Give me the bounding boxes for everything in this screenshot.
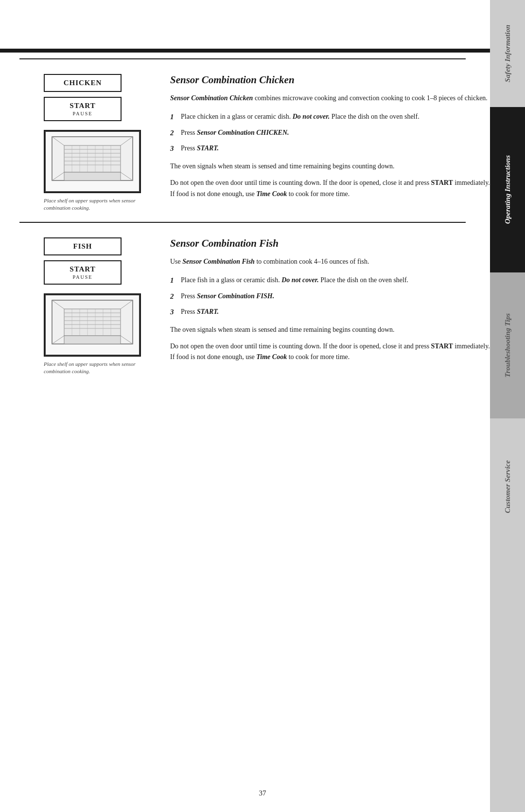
fish-section-body: FISH START PAUSE xyxy=(44,223,496,385)
chicken-section: CHICKEN START PAUSE xyxy=(19,58,466,223)
fish-body1: The oven signals when steam is sensed an… xyxy=(170,325,496,335)
fish-step1-number: 1 xyxy=(170,275,181,286)
fish-intro-bold: Sensor Combination Fish xyxy=(182,258,255,265)
chicken-start-label: START xyxy=(70,102,95,110)
svg-rect-18 xyxy=(64,172,121,180)
fish-step2-number: 2 xyxy=(170,291,181,302)
fish-oven-caption: Place shelf on upper supports when senso… xyxy=(44,361,141,376)
main-content: CHICKEN START PAUSE xyxy=(0,0,490,812)
chicken-step3-number: 3 xyxy=(170,143,181,154)
page-number: 37 xyxy=(259,789,266,797)
fish-step3-number: 3 xyxy=(170,307,181,318)
chicken-intro-rest: combines microwave cooking and convectio… xyxy=(253,94,487,102)
sidebar-customer: Customer Service xyxy=(490,418,525,555)
chicken-step2-number: 2 xyxy=(170,127,181,139)
chicken-right-content: Sensor Combination Chicken Sensor Combin… xyxy=(170,74,496,212)
chicken-body1: The oven signals when steam is sensed an… xyxy=(170,161,496,172)
fish-button-group: FISH START PAUSE xyxy=(44,237,122,285)
fish-right-content: Sensor Combination Fish Use Sensor Combi… xyxy=(170,237,496,376)
fish-step2-text: Press Sensor Combination FISH. xyxy=(181,291,496,302)
sidebar-troubleshooting-label: Troubleshooting Tips xyxy=(503,305,512,386)
chicken-body2: Do not open the oven door until time is … xyxy=(170,178,496,199)
chicken-step1: 1 Place chicken in a glass or ceramic di… xyxy=(170,111,496,123)
chicken-title: Sensor Combination Chicken xyxy=(170,74,496,86)
fish-step3: 3 Press START. xyxy=(170,307,496,318)
fish-steps: 1 Place fish in a glass or ceramic dish.… xyxy=(170,275,496,318)
sidebar-extra2 xyxy=(490,691,525,812)
chicken-step1-text: Place chicken in a glass or ceramic dish… xyxy=(181,111,496,122)
chicken-section-body: CHICKEN START PAUSE xyxy=(44,59,496,222)
chicken-step2: 2 Press Sensor Combination CHICKEN. xyxy=(170,127,496,139)
fish-oven-illustration xyxy=(44,293,141,357)
fish-button[interactable]: FISH xyxy=(44,237,122,255)
fish-start-button[interactable]: START PAUSE xyxy=(44,260,122,285)
chicken-intro: Sensor Combination Chicken combines micr… xyxy=(170,93,496,104)
chicken-steps: 1 Place chicken in a glass or ceramic di… xyxy=(170,111,496,154)
fish-section: FISH START PAUSE xyxy=(19,223,466,385)
chicken-oven-caption: Place shelf on upper supports when senso… xyxy=(44,197,141,212)
fish-intro-rest: to combination cook 4–16 ounces of fish. xyxy=(255,258,369,265)
chicken-oven-illustration xyxy=(44,130,141,193)
chicken-button[interactable]: CHICKEN xyxy=(44,74,122,92)
chicken-step1-number: 1 xyxy=(170,111,181,123)
fish-pause-label: PAUSE xyxy=(73,274,93,280)
sidebar-customer-label: Customer Service xyxy=(503,451,512,522)
fish-button-label: FISH xyxy=(73,242,92,251)
fish-step1: 1 Place fish in a glass or ceramic dish.… xyxy=(170,275,496,286)
fish-step3-text: Press START. xyxy=(181,307,496,317)
sidebar-extra1 xyxy=(490,555,525,691)
chicken-step3-text: Press START. xyxy=(181,143,496,154)
chicken-left-panel: CHICKEN START PAUSE xyxy=(44,74,156,212)
chicken-intro-bold: Sensor Combination Chicken xyxy=(170,94,253,102)
chicken-pause-label: PAUSE xyxy=(73,111,93,116)
fish-body2: Do not open the oven door until time is … xyxy=(170,341,496,363)
chicken-step3: 3 Press START. xyxy=(170,143,496,154)
fish-start-label: START xyxy=(70,265,95,273)
sidebar-safety-label: Safety Information xyxy=(503,16,512,91)
svg-rect-37 xyxy=(64,336,121,344)
fish-intro-prefix: Use xyxy=(170,258,182,265)
chicken-start-button[interactable]: START PAUSE xyxy=(44,97,122,121)
fish-title: Sensor Combination Fish xyxy=(170,237,496,250)
fish-step1-text: Place fish in a glass or ceramic dish. D… xyxy=(181,275,496,286)
chicken-button-label: CHICKEN xyxy=(64,79,102,87)
chicken-button-group: CHICKEN START PAUSE xyxy=(44,74,122,121)
fish-step2: 2 Press Sensor Combination FISH. xyxy=(170,291,496,302)
fish-intro: Use Sensor Combination Fish to combinati… xyxy=(170,256,496,267)
sidebar-operating-label: Operating Instructions xyxy=(503,146,512,233)
chicken-step2-text: Press Sensor Combination CHICKEN. xyxy=(181,127,496,138)
fish-left-panel: FISH START PAUSE xyxy=(44,237,156,376)
